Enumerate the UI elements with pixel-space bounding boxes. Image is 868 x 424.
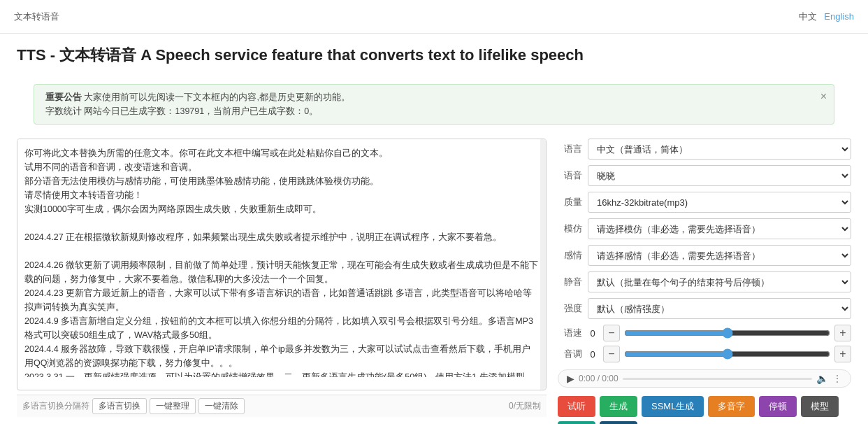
text-area-wrapper bbox=[17, 139, 547, 390]
notice-title: 重要公告 bbox=[45, 92, 82, 102]
pitch-row: 音调 0 − + bbox=[558, 346, 851, 362]
pitch-plus-button[interactable]: + bbox=[834, 346, 851, 362]
volume-icon[interactable]: 🔈 bbox=[816, 373, 828, 384]
notice-line1: 重要公告 大家使用前可以先阅读一下文本框内的内容,都是历史更新的功能。 bbox=[45, 90, 823, 104]
more-options-icon[interactable]: ⋮ bbox=[832, 373, 842, 384]
language-row: 语言 中文（普通话，简体） bbox=[558, 139, 851, 160]
voice-label: 语音 bbox=[558, 169, 582, 182]
speed-plus-button[interactable]: + bbox=[834, 325, 851, 341]
imitate-row: 模仿 请选择模仿（非必选，需要先选择语音） bbox=[558, 218, 851, 239]
silence-label: 静音 bbox=[558, 276, 582, 288]
quality-select[interactable]: 16khz-32kbitrate(mp3) bbox=[588, 192, 851, 213]
page-wrapper: 文本转语音 中文 English TTS - 文本转语音 A Speech se… bbox=[0, 0, 868, 424]
emotion-select[interactable]: 请选择感情（非必选，需要先选择语音） bbox=[588, 245, 851, 266]
audition-button[interactable]: 试听 bbox=[558, 396, 595, 417]
right-panel: 语言 中文（普通话，简体） 语音 晓晓 质量 16khz-32kbitrate(… bbox=[558, 139, 851, 424]
strength-row: 强度 默认（感情强度） bbox=[558, 298, 851, 319]
strength-label: 强度 bbox=[558, 302, 582, 315]
polyphone-button[interactable]: 多音字 bbox=[708, 396, 755, 417]
notice-close-button[interactable]: × bbox=[820, 90, 827, 103]
emotion-row: 感情 请选择感情（非必选，需要先选择语音） bbox=[558, 245, 851, 266]
speed-row: 语速 0 − + bbox=[558, 325, 851, 341]
notice-line2: 字数统计 网站今日已生成字数：139791，当前用户已生成字数：0。 bbox=[45, 104, 823, 118]
silence-row: 静音 默认（批量在每个句子的结束符号后停顿） bbox=[558, 271, 851, 292]
main-title-bar: TTS - 文本转语音 A Speech service feature tha… bbox=[0, 34, 868, 78]
download-button[interactable]: 下载 bbox=[600, 421, 637, 424]
text-area-footer: 多语言切换分隔符 多语言切换 一键整理 一键清除 0/无限制 bbox=[17, 395, 547, 417]
audio-progress-bar[interactable] bbox=[623, 378, 812, 380]
header-title: 文本转语音 bbox=[14, 10, 59, 23]
ssml-generate-button[interactable]: SSML生成 bbox=[642, 396, 704, 417]
language-label: 语言 bbox=[558, 143, 582, 155]
pitch-label: 音调 bbox=[558, 348, 582, 360]
quality-row: 质量 16khz-32kbitrate(mp3) bbox=[558, 192, 851, 213]
text-input[interactable] bbox=[17, 139, 546, 377]
char-count: 0/无限制 bbox=[509, 400, 541, 412]
header: 文本转语音 中文 English bbox=[0, 0, 868, 34]
voice-select[interactable]: 晓晓 bbox=[588, 165, 851, 186]
scroll-indicator bbox=[540, 139, 546, 390]
strength-select[interactable]: 默认（感情强度） bbox=[588, 298, 851, 319]
multiline-label: 多语言切换分隔符 bbox=[22, 400, 89, 412]
pitch-slider[interactable] bbox=[624, 348, 830, 360]
language-select[interactable]: 中文（普通话，简体） bbox=[588, 139, 851, 160]
audio-time: 0:00 / 0:00 bbox=[579, 374, 619, 383]
quality-label: 质量 bbox=[558, 196, 582, 209]
speed-slider[interactable] bbox=[624, 327, 830, 339]
pitch-minus-button[interactable]: − bbox=[603, 346, 620, 362]
model-button[interactable]: 模型 bbox=[801, 396, 839, 417]
action-buttons: 试听 生成 SSML生成 多音字 停顿 模型 查看 下载 bbox=[558, 396, 851, 424]
speed-value: 0 bbox=[586, 328, 599, 339]
clear-button[interactable]: 一键清除 bbox=[198, 398, 245, 414]
generate-button[interactable]: 生成 bbox=[600, 396, 637, 417]
audio-player: ▶ 0:00 / 0:00 🔈 ⋮ bbox=[558, 369, 851, 388]
lang-en-button[interactable]: English bbox=[824, 10, 854, 23]
page-title: TTS - 文本转语音 A Speech service feature tha… bbox=[17, 45, 851, 66]
notice-banner: 重要公告 大家使用前可以先阅读一下文本框内的内容,都是历史更新的功能。 字数统计… bbox=[34, 84, 834, 125]
notice-section: 重要公告 大家使用前可以先阅读一下文本框内的内容,都是历史更新的功能。 字数统计… bbox=[0, 84, 868, 125]
pause-button[interactable]: 停顿 bbox=[759, 396, 797, 417]
speed-minus-button[interactable]: − bbox=[603, 325, 620, 341]
content-area: 多语言切换分隔符 多语言切换 一键整理 一键清除 0/无限制 语言 中文（普通话… bbox=[0, 130, 868, 424]
arrange-button[interactable]: 一键整理 bbox=[150, 398, 196, 414]
view-button[interactable]: 查看 bbox=[558, 421, 595, 424]
title-prefix: TTS - 文本转语音 bbox=[17, 46, 136, 64]
header-lang: 中文 English bbox=[799, 10, 854, 23]
left-panel: 多语言切换分隔符 多语言切换 一键整理 一键清除 0/无限制 bbox=[17, 139, 547, 424]
multiline-switch-button[interactable]: 多语言切换 bbox=[92, 398, 147, 414]
title-subtitle: A Speech service feature that converts t… bbox=[136, 46, 584, 64]
silence-select[interactable]: 默认（批量在每个句子的结束符号后停顿） bbox=[588, 271, 851, 292]
imitate-select[interactable]: 请选择模仿（非必选，需要先选择语音） bbox=[588, 218, 851, 239]
speed-label: 语速 bbox=[558, 327, 582, 339]
text-area-tags: 多语言切换分隔符 多语言切换 一键整理 一键清除 bbox=[22, 398, 245, 414]
play-button[interactable]: ▶ bbox=[567, 373, 574, 384]
lang-zh-button[interactable]: 中文 bbox=[799, 10, 817, 23]
voice-row: 语音 晓晓 bbox=[558, 165, 851, 186]
emotion-label: 感情 bbox=[558, 249, 582, 262]
pitch-value: 0 bbox=[586, 349, 599, 360]
notice-text1: 大家使用前可以先阅读一下文本框内的内容,都是历史更新的功能。 bbox=[84, 92, 349, 102]
imitate-label: 模仿 bbox=[558, 222, 582, 235]
